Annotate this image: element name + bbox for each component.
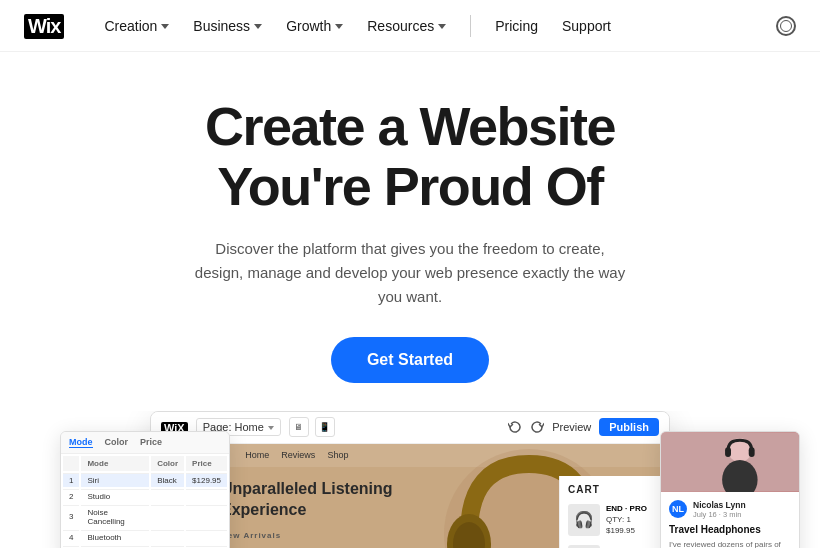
post-date: July 16 · 3 min bbox=[693, 510, 746, 519]
preview-section: Mode Color Price Mode Color Price 1SiriB… bbox=[0, 411, 820, 548]
blog-post-meta: NL Nicolas Lynn July 16 · 3 min bbox=[669, 500, 791, 519]
redo-icon[interactable] bbox=[530, 420, 544, 434]
hero-subtitle: Discover the platform that gives you the… bbox=[190, 237, 630, 309]
nav-item-resources[interactable]: Resources bbox=[355, 12, 458, 40]
wix-logo[interactable]: Wix bbox=[24, 13, 64, 39]
panel-tab-price[interactable]: Price bbox=[140, 437, 162, 448]
product-table: Mode Color Price 1SiriBlack$129.952Studi… bbox=[61, 454, 229, 548]
chevron-down-icon bbox=[335, 24, 343, 29]
site-nav-shop: Shop bbox=[327, 450, 348, 460]
cart-title: CART bbox=[568, 484, 661, 495]
chevron-down-icon bbox=[161, 24, 169, 29]
nav-items: Creation Business Growth Resources Prici… bbox=[92, 12, 776, 40]
cart-item-image-1: 🎧 bbox=[568, 504, 600, 536]
panel-tab-color[interactable]: Color bbox=[105, 437, 129, 448]
editor-topbar-right: Preview Publish bbox=[508, 418, 659, 436]
col-color: Color bbox=[151, 456, 184, 471]
panel-header: Mode Color Price bbox=[61, 432, 229, 454]
nav-item-pricing[interactable]: Pricing bbox=[483, 12, 550, 40]
cart-panel: CART 🎧 END · PRO QTY: 1 $199.95 🎧 END · … bbox=[559, 476, 669, 548]
author-name: Nicolas Lynn bbox=[693, 500, 746, 510]
hero-section: Create a Website You're Proud Of Discove… bbox=[0, 52, 820, 411]
author-avatar: NL bbox=[669, 500, 687, 518]
hero-title: Create a Website You're Proud Of bbox=[20, 96, 800, 217]
nav-right bbox=[776, 16, 796, 36]
desktop-icon[interactable]: 🖥 bbox=[289, 417, 309, 437]
cart-item-info-2: END · ACE QTY: 1 $199.95 bbox=[606, 545, 646, 549]
table-row[interactable]: 2Studio bbox=[63, 489, 227, 503]
cart-item-2: 🎧 END · ACE QTY: 1 $199.95 bbox=[568, 545, 661, 549]
nav-item-business[interactable]: Business bbox=[181, 12, 274, 40]
person-image bbox=[661, 432, 799, 492]
main-nav: Wix Creation Business Growth Resources P… bbox=[0, 0, 820, 52]
get-started-button[interactable]: Get Started bbox=[331, 337, 489, 383]
mobile-icon[interactable]: 📱 bbox=[315, 417, 335, 437]
author-info: Nicolas Lynn July 16 · 3 min bbox=[693, 500, 746, 519]
svg-rect-10 bbox=[749, 447, 755, 457]
chevron-down-icon bbox=[268, 426, 274, 430]
site-nav-reviews: Reviews bbox=[281, 450, 315, 460]
panel-tab-mode[interactable]: Mode bbox=[69, 437, 93, 448]
publish-button[interactable]: Publish bbox=[599, 418, 659, 436]
table-row[interactable]: 1SiriBlack$129.95 bbox=[63, 473, 227, 487]
nav-item-support[interactable]: Support bbox=[550, 12, 623, 40]
chevron-down-icon bbox=[254, 24, 262, 29]
nav-item-creation[interactable]: Creation bbox=[92, 12, 181, 40]
editor-icons: 🖥 📱 bbox=[289, 417, 335, 437]
nav-item-growth[interactable]: Growth bbox=[274, 12, 355, 40]
site-nav-links: Home Reviews Shop bbox=[245, 450, 348, 460]
product-panel: Mode Color Price Mode Color Price 1SiriB… bbox=[60, 431, 230, 548]
table-row[interactable]: 4Bluetooth bbox=[63, 530, 227, 544]
blog-post-text: I've reviewed dozens of pairs of headpho… bbox=[669, 539, 791, 548]
site-hero-heading: Unparalleled Listening Experience bbox=[221, 479, 421, 521]
nav-divider bbox=[470, 15, 471, 37]
col-price: Price bbox=[186, 456, 227, 471]
blog-post-image bbox=[661, 432, 799, 492]
col-mode: Mode bbox=[81, 456, 149, 471]
blog-post-panel: NL Nicolas Lynn July 16 · 3 min Travel H… bbox=[660, 431, 800, 548]
blog-post-content: NL Nicolas Lynn July 16 · 3 min Travel H… bbox=[661, 492, 799, 548]
col-id bbox=[63, 456, 79, 471]
preview-button[interactable]: Preview bbox=[552, 421, 591, 433]
svg-rect-9 bbox=[725, 447, 731, 457]
site-nav-home: Home bbox=[245, 450, 269, 460]
globe-icon[interactable] bbox=[776, 16, 796, 36]
cart-item-1: 🎧 END · PRO QTY: 1 $199.95 bbox=[568, 503, 661, 537]
undo-icon[interactable] bbox=[508, 420, 522, 434]
cart-item-info-1: END · PRO QTY: 1 $199.95 bbox=[606, 503, 647, 537]
chevron-down-icon bbox=[438, 24, 446, 29]
table-row[interactable]: 3Noise Cancelling bbox=[63, 505, 227, 528]
blog-post-heading: Travel Headphones bbox=[669, 523, 791, 536]
